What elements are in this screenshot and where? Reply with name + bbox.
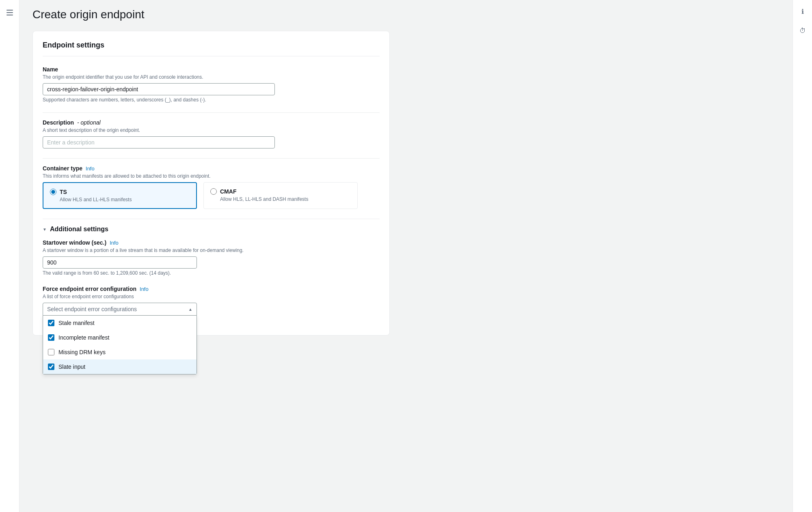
- dropdown-item-missing-drm-keys[interactable]: Missing DRM keys: [43, 345, 197, 359]
- panel-title: Endpoint settings: [43, 41, 380, 56]
- endpoint-settings-panel: Endpoint settings Name The origin endpoi…: [32, 31, 390, 336]
- description-input[interactable]: [43, 136, 275, 148]
- clock-icon-button[interactable]: ⏱: [796, 24, 809, 37]
- dropdown-item-slate-input[interactable]: Slate input: [43, 359, 197, 374]
- cmaf-card-header: CMAF: [210, 188, 351, 195]
- container-type-cmaf-card[interactable]: CMAF Allow HLS, LL-HLS and DASH manifest…: [203, 182, 358, 209]
- hamburger-menu-button[interactable]: [3, 6, 16, 19]
- startover-window-input[interactable]: [43, 256, 197, 269]
- force-endpoint-error-info-link[interactable]: Info: [140, 286, 149, 292]
- startover-window-field-group: Startover window (sec.) Info A startover…: [43, 239, 380, 276]
- name-input[interactable]: [43, 83, 275, 95]
- description-field-group: Description - optional A short text desc…: [43, 119, 380, 148]
- missing-drm-keys-checkbox[interactable]: [48, 349, 54, 355]
- force-endpoint-error-desc: A list of force endpoint error configura…: [43, 294, 380, 299]
- container-type-ts-card[interactable]: TS Allow HLS and LL-HLS manifests: [43, 182, 197, 209]
- name-label: Name: [43, 66, 380, 73]
- endpoint-error-dropdown: Stale manifest Incomplete manifest Missi…: [43, 316, 197, 374]
- ts-card-header: TS: [50, 189, 190, 195]
- additional-settings-chevron[interactable]: ▼: [43, 227, 47, 232]
- slate-input-label: Slate input: [58, 364, 85, 370]
- dropdown-item-incomplete-manifest[interactable]: Incomplete manifest: [43, 330, 197, 345]
- incomplete-manifest-checkbox[interactable]: [48, 334, 54, 341]
- cmaf-description: Allow HLS, LL-HLS and DASH manifests: [210, 196, 351, 202]
- additional-settings-title: Additional settings: [50, 226, 108, 233]
- right-sidebar: ℹ ⏱: [793, 0, 812, 512]
- startover-window-label: Startover window (sec.) Info: [43, 239, 380, 246]
- startover-window-desc: A startover window is a portion of a liv…: [43, 247, 380, 253]
- name-description: The origin endpoint identifier that you …: [43, 74, 380, 80]
- endpoint-error-select-trigger[interactable]: Select endpoint error configurations ▲: [43, 303, 197, 316]
- additional-settings-header: ▼ Additional settings: [43, 226, 380, 233]
- missing-drm-keys-label: Missing DRM keys: [58, 349, 106, 355]
- force-endpoint-error-label: Force endpoint error configuration Info: [43, 286, 380, 292]
- incomplete-manifest-label: Incomplete manifest: [58, 334, 109, 341]
- page-title: Create origin endpoint: [32, 8, 780, 21]
- ts-label: TS: [60, 189, 67, 195]
- sidebar-toggle: [0, 0, 19, 512]
- divider-2: [43, 158, 380, 159]
- container-type-field-group: Container type Info This informs what ma…: [43, 165, 380, 209]
- select-arrow-icon: ▲: [188, 307, 192, 312]
- divider-3: [43, 219, 380, 219]
- container-type-options: TS Allow HLS and LL-HLS manifests CMAF A…: [43, 182, 380, 209]
- select-placeholder-text: Select endpoint error configurations: [47, 306, 137, 312]
- container-type-info-link[interactable]: Info: [86, 166, 95, 172]
- ts-radio[interactable]: [50, 189, 56, 195]
- startover-window-info-link[interactable]: Info: [110, 240, 119, 246]
- dropdown-item-stale-manifest[interactable]: Stale manifest: [43, 316, 197, 330]
- force-endpoint-error-field-group: Force endpoint error configuration Info …: [43, 286, 380, 316]
- name-field-group: Name The origin endpoint identifier that…: [43, 66, 380, 103]
- cmaf-label: CMAF: [220, 188, 236, 195]
- info-icon-button[interactable]: ℹ: [796, 5, 809, 18]
- divider-1: [43, 112, 380, 113]
- stale-manifest-checkbox[interactable]: [48, 320, 54, 326]
- description-label: Description - optional: [43, 119, 380, 126]
- startover-window-hint: The valid range is from 60 sec. to 1,209…: [43, 270, 380, 276]
- stale-manifest-label: Stale manifest: [58, 320, 95, 326]
- container-type-desc: This informs what manifests are allowed …: [43, 173, 380, 179]
- name-hint: Supported characters are numbers, letter…: [43, 97, 380, 103]
- main-content: Create origin endpoint Endpoint settings…: [19, 0, 793, 512]
- description-desc: A short text description of the origin e…: [43, 127, 380, 133]
- endpoint-error-select-container: Select endpoint error configurations ▲ S…: [43, 303, 197, 316]
- slate-input-checkbox[interactable]: [48, 364, 54, 370]
- container-type-label: Container type Info: [43, 165, 380, 172]
- ts-description: Allow HLS and LL-HLS manifests: [50, 197, 190, 202]
- cmaf-radio[interactable]: [210, 188, 217, 195]
